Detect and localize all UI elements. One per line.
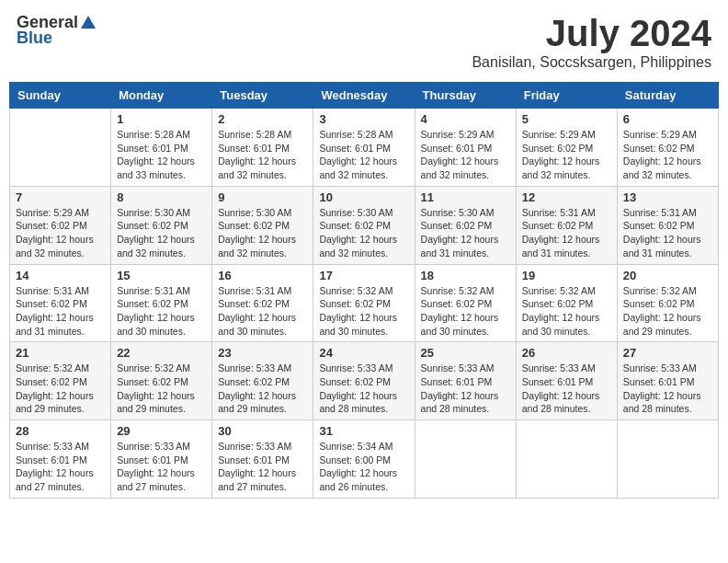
day-info: Sunrise: 5:31 AMSunset: 6:02 PMDaylight:… <box>218 284 307 339</box>
calendar-cell: 30Sunrise: 5:33 AMSunset: 6:01 PMDayligh… <box>212 420 313 499</box>
logo: General Blue <box>17 13 97 48</box>
day-info: Sunrise: 5:33 AMSunset: 6:01 PMDaylight:… <box>218 440 307 494</box>
day-number: 1 <box>117 112 206 126</box>
day-number: 25 <box>421 346 510 360</box>
day-info: Sunrise: 5:33 AMSunset: 6:01 PMDaylight:… <box>16 440 105 494</box>
logo-blue-text: Blue <box>17 29 52 48</box>
calendar-cell: 1Sunrise: 5:28 AMSunset: 6:01 PMDaylight… <box>111 109 212 187</box>
calendar-cell: 20Sunrise: 5:32 AMSunset: 6:02 PMDayligh… <box>617 264 718 342</box>
calendar-cell: 13Sunrise: 5:31 AMSunset: 6:02 PMDayligh… <box>617 186 718 264</box>
day-info: Sunrise: 5:29 AMSunset: 6:01 PMDaylight:… <box>421 128 510 182</box>
day-info: Sunrise: 5:30 AMSunset: 6:02 PMDaylight:… <box>218 206 307 260</box>
day-info: Sunrise: 5:32 AMSunset: 6:02 PMDaylight:… <box>319 284 408 339</box>
month-title: July 2024 <box>472 13 711 54</box>
day-number: 29 <box>117 424 206 438</box>
calendar-cell: 26Sunrise: 5:33 AMSunset: 6:01 PMDayligh… <box>516 342 617 420</box>
calendar-header-tuesday: Tuesday <box>212 83 313 109</box>
day-info: Sunrise: 5:28 AMSunset: 6:01 PMDaylight:… <box>117 128 206 182</box>
day-info: Sunrise: 5:32 AMSunset: 6:02 PMDaylight:… <box>623 284 712 339</box>
calendar-cell <box>415 420 516 499</box>
calendar-cell: 8Sunrise: 5:30 AMSunset: 6:02 PMDaylight… <box>111 186 212 264</box>
calendar-week-row: 21Sunrise: 5:32 AMSunset: 6:02 PMDayligh… <box>10 342 719 420</box>
calendar-header-thursday: Thursday <box>415 83 516 109</box>
calendar-cell: 21Sunrise: 5:32 AMSunset: 6:02 PMDayligh… <box>10 342 111 420</box>
calendar-header-row: SundayMondayTuesdayWednesdayThursdayFrid… <box>10 83 719 109</box>
day-info: Sunrise: 5:33 AMSunset: 6:01 PMDaylight:… <box>421 362 510 416</box>
logo-icon <box>79 14 97 32</box>
calendar: SundayMondayTuesdayWednesdayThursdayFrid… <box>9 82 719 499</box>
day-number: 13 <box>623 190 712 204</box>
title-area: July 2024 Banisilan, Soccsksargen, Phili… <box>472 13 711 71</box>
day-info: Sunrise: 5:28 AMSunset: 6:01 PMDaylight:… <box>319 128 408 182</box>
day-number: 30 <box>218 424 307 438</box>
svg-marker-0 <box>81 16 96 29</box>
day-info: Sunrise: 5:29 AMSunset: 6:02 PMDaylight:… <box>16 206 105 260</box>
calendar-header-wednesday: Wednesday <box>313 83 415 109</box>
day-info: Sunrise: 5:32 AMSunset: 6:02 PMDaylight:… <box>16 362 105 416</box>
day-info: Sunrise: 5:32 AMSunset: 6:02 PMDaylight:… <box>522 284 611 339</box>
day-info: Sunrise: 5:33 AMSunset: 6:02 PMDaylight:… <box>218 362 307 416</box>
calendar-cell: 6Sunrise: 5:29 AMSunset: 6:02 PMDaylight… <box>617 109 718 187</box>
day-number: 21 <box>16 346 105 360</box>
location-title: Banisilan, Soccsksargen, Philippines <box>472 54 711 71</box>
day-number: 8 <box>117 190 206 204</box>
day-info: Sunrise: 5:33 AMSunset: 6:01 PMDaylight:… <box>522 362 611 416</box>
day-number: 14 <box>16 269 105 282</box>
day-info: Sunrise: 5:32 AMSunset: 6:02 PMDaylight:… <box>421 284 510 339</box>
calendar-cell: 31Sunrise: 5:34 AMSunset: 6:00 PMDayligh… <box>313 420 415 499</box>
calendar-cell: 24Sunrise: 5:33 AMSunset: 6:02 PMDayligh… <box>313 342 415 420</box>
day-number: 6 <box>623 112 712 126</box>
calendar-cell: 27Sunrise: 5:33 AMSunset: 6:01 PMDayligh… <box>617 342 718 420</box>
calendar-header-monday: Monday <box>111 83 212 109</box>
day-number: 11 <box>421 190 510 204</box>
calendar-cell <box>516 420 617 499</box>
calendar-cell <box>10 109 111 187</box>
calendar-body: 1Sunrise: 5:28 AMSunset: 6:01 PMDaylight… <box>10 109 719 499</box>
calendar-cell: 10Sunrise: 5:30 AMSunset: 6:02 PMDayligh… <box>313 186 415 264</box>
day-info: Sunrise: 5:33 AMSunset: 6:01 PMDaylight:… <box>117 440 206 494</box>
calendar-header-saturday: Saturday <box>617 83 718 109</box>
calendar-cell: 5Sunrise: 5:29 AMSunset: 6:02 PMDaylight… <box>516 109 617 187</box>
day-number: 5 <box>522 112 611 126</box>
calendar-cell: 29Sunrise: 5:33 AMSunset: 6:01 PMDayligh… <box>111 420 212 499</box>
calendar-cell: 28Sunrise: 5:33 AMSunset: 6:01 PMDayligh… <box>10 420 111 499</box>
day-number: 18 <box>421 269 510 282</box>
day-number: 12 <box>522 190 611 204</box>
calendar-header-friday: Friday <box>516 83 617 109</box>
calendar-cell: 23Sunrise: 5:33 AMSunset: 6:02 PMDayligh… <box>212 342 313 420</box>
day-number: 24 <box>319 346 408 360</box>
day-number: 4 <box>421 112 510 126</box>
day-number: 19 <box>522 269 611 282</box>
calendar-cell: 15Sunrise: 5:31 AMSunset: 6:02 PMDayligh… <box>111 264 212 342</box>
day-number: 2 <box>218 112 307 126</box>
calendar-header-sunday: Sunday <box>10 83 111 109</box>
calendar-cell: 25Sunrise: 5:33 AMSunset: 6:01 PMDayligh… <box>415 342 516 420</box>
calendar-cell: 18Sunrise: 5:32 AMSunset: 6:02 PMDayligh… <box>415 264 516 342</box>
day-info: Sunrise: 5:31 AMSunset: 6:02 PMDaylight:… <box>117 284 206 339</box>
day-info: Sunrise: 5:30 AMSunset: 6:02 PMDaylight:… <box>117 206 206 260</box>
day-number: 27 <box>623 346 712 360</box>
calendar-cell: 11Sunrise: 5:30 AMSunset: 6:02 PMDayligh… <box>415 186 516 264</box>
day-number: 23 <box>218 346 307 360</box>
calendar-cell: 12Sunrise: 5:31 AMSunset: 6:02 PMDayligh… <box>516 186 617 264</box>
day-number: 20 <box>623 269 712 282</box>
day-info: Sunrise: 5:31 AMSunset: 6:02 PMDaylight:… <box>623 206 712 260</box>
calendar-week-row: 7Sunrise: 5:29 AMSunset: 6:02 PMDaylight… <box>10 186 719 264</box>
calendar-cell: 17Sunrise: 5:32 AMSunset: 6:02 PMDayligh… <box>313 264 415 342</box>
calendar-cell: 3Sunrise: 5:28 AMSunset: 6:01 PMDaylight… <box>313 109 415 187</box>
day-info: Sunrise: 5:31 AMSunset: 6:02 PMDaylight:… <box>522 206 611 260</box>
day-number: 3 <box>319 112 408 126</box>
day-info: Sunrise: 5:29 AMSunset: 6:02 PMDaylight:… <box>623 128 712 182</box>
day-number: 22 <box>117 346 206 360</box>
calendar-week-row: 28Sunrise: 5:33 AMSunset: 6:01 PMDayligh… <box>10 420 719 499</box>
day-number: 9 <box>218 190 307 204</box>
day-info: Sunrise: 5:29 AMSunset: 6:02 PMDaylight:… <box>522 128 611 182</box>
day-number: 28 <box>16 424 105 438</box>
day-number: 31 <box>319 424 408 438</box>
day-number: 15 <box>117 269 206 282</box>
day-number: 7 <box>16 190 105 204</box>
calendar-cell: 4Sunrise: 5:29 AMSunset: 6:01 PMDaylight… <box>415 109 516 187</box>
calendar-cell: 16Sunrise: 5:31 AMSunset: 6:02 PMDayligh… <box>212 264 313 342</box>
day-info: Sunrise: 5:33 AMSunset: 6:02 PMDaylight:… <box>319 362 408 416</box>
calendar-cell: 7Sunrise: 5:29 AMSunset: 6:02 PMDaylight… <box>10 186 111 264</box>
